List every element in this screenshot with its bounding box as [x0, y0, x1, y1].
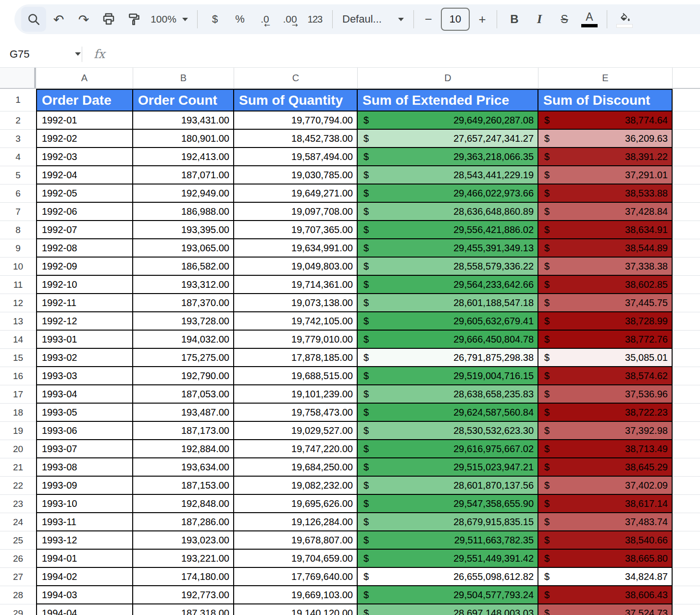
cell-D2[interactable]: $29,649,260,287.08 — [358, 111, 538, 130]
cell-B23[interactable]: 192,848.00 — [133, 495, 234, 513]
cell-C8[interactable]: 19,707,365.00 — [234, 221, 358, 239]
cell-E18[interactable]: $38,722.23 — [538, 404, 673, 422]
redo-button[interactable]: ↷ — [71, 7, 96, 32]
italic-button[interactable]: I — [527, 7, 552, 32]
cell-E8[interactable]: $38,634.91 — [538, 221, 673, 239]
cell-A5[interactable]: 1992-04 — [36, 166, 133, 184]
cell-C17[interactable]: 19,101,239.00 — [234, 385, 358, 404]
column-header-C[interactable]: C — [234, 68, 358, 88]
cell-F18[interactable] — [673, 404, 700, 422]
cell-A22[interactable]: 1993-09 — [36, 477, 133, 495]
cell-F16[interactable] — [673, 367, 700, 385]
cell-E29[interactable]: $37,524.73 — [538, 604, 673, 615]
cell-B3[interactable]: 180,901.00 — [133, 130, 234, 148]
row-header-3[interactable]: 3 — [0, 130, 36, 148]
cell-F12[interactable] — [673, 294, 700, 312]
cell-A10[interactable]: 1992-09 — [36, 258, 133, 276]
column-header-B[interactable]: B — [133, 68, 234, 88]
format-currency-button[interactable]: $ — [202, 7, 227, 32]
cell-A20[interactable]: 1993-07 — [36, 440, 133, 458]
cell-D28[interactable]: $29,504,577,793.24 — [358, 586, 538, 604]
cell-E9[interactable]: $38,544.89 — [538, 239, 673, 258]
cell-A25[interactable]: 1993-12 — [36, 531, 133, 550]
row-header-24[interactable]: 24 — [0, 513, 36, 531]
cell-A18[interactable]: 1993-05 — [36, 404, 133, 422]
format-percent-button[interactable]: % — [227, 7, 252, 32]
cell-B13[interactable]: 193,728.00 — [133, 312, 234, 331]
cell-F28[interactable] — [673, 586, 700, 604]
row-header-12[interactable]: 12 — [0, 294, 36, 312]
cell-C5[interactable]: 19,030,785.00 — [234, 166, 358, 184]
column-header-A[interactable]: A — [36, 68, 133, 88]
cell-B18[interactable]: 193,487.00 — [133, 404, 234, 422]
cell-C3[interactable]: 18,452,738.00 — [234, 130, 358, 148]
cell-D1[interactable]: Sum of Extended Price — [358, 89, 538, 111]
row-header-9[interactable]: 9 — [0, 239, 36, 258]
cell-E26[interactable]: $38,665.80 — [538, 550, 673, 568]
cell-B26[interactable]: 193,221.00 — [133, 550, 234, 568]
fill-color-button[interactable] — [612, 7, 637, 32]
cell-E17[interactable]: $37,536.96 — [538, 385, 673, 404]
cell-F8[interactable] — [673, 221, 700, 239]
cell-A13[interactable]: 1992-12 — [36, 312, 133, 331]
cell-D13[interactable]: $29,605,632,679.41 — [358, 312, 538, 331]
cell-A12[interactable]: 1992-11 — [36, 294, 133, 312]
cell-B21[interactable]: 193,634.00 — [133, 458, 234, 477]
cell-E19[interactable]: $37,392.98 — [538, 422, 673, 440]
cell-F22[interactable] — [673, 477, 700, 495]
row-header-18[interactable]: 18 — [0, 404, 36, 422]
bold-button[interactable]: B — [502, 7, 527, 32]
row-header-5[interactable]: 5 — [0, 166, 36, 184]
cell-E15[interactable]: $35,085.01 — [538, 349, 673, 367]
row-header-21[interactable]: 21 — [0, 458, 36, 477]
cell-D17[interactable]: $28,638,658,235.83 — [358, 385, 538, 404]
cell-A6[interactable]: 1992-05 — [36, 184, 133, 203]
row-header-27[interactable]: 27 — [0, 568, 36, 586]
row-header-15[interactable]: 15 — [0, 349, 36, 367]
row-header-25[interactable]: 25 — [0, 531, 36, 550]
increase-font-size-button[interactable]: + — [473, 7, 492, 32]
cell-D7[interactable]: $28,636,648,860.89 — [358, 203, 538, 221]
row-header-14[interactable]: 14 — [0, 331, 36, 349]
cell-C21[interactable]: 19,684,250.00 — [234, 458, 358, 477]
cell-E10[interactable]: $37,338.38 — [538, 258, 673, 276]
row-header-23[interactable]: 23 — [0, 495, 36, 513]
cell-A11[interactable]: 1992-10 — [36, 276, 133, 294]
cell-B7[interactable]: 186,988.00 — [133, 203, 234, 221]
cell-A14[interactable]: 1993-01 — [36, 331, 133, 349]
cell-F3[interactable] — [673, 130, 700, 148]
cell-D6[interactable]: $29,466,022,973.66 — [358, 184, 538, 203]
row-header-2[interactable]: 2 — [0, 111, 36, 130]
column-header-offscreen[interactable] — [673, 68, 700, 88]
cell-A29[interactable]: 1994-04 — [36, 604, 133, 615]
cell-E22[interactable]: $37,402.09 — [538, 477, 673, 495]
cell-A3[interactable]: 1992-02 — [36, 130, 133, 148]
cell-A17[interactable]: 1993-04 — [36, 385, 133, 404]
cell-B12[interactable]: 187,370.00 — [133, 294, 234, 312]
cell-F29[interactable] — [673, 604, 700, 615]
cell-C23[interactable]: 19,695,626.00 — [234, 495, 358, 513]
decrease-font-size-button[interactable]: − — [419, 7, 438, 32]
cell-D22[interactable]: $28,601,870,137.56 — [358, 477, 538, 495]
cell-F17[interactable] — [673, 385, 700, 404]
cell-A4[interactable]: 1992-03 — [36, 148, 133, 166]
column-header-D[interactable]: D — [358, 68, 538, 88]
cell-E1[interactable]: Sum of Discount — [538, 89, 673, 111]
cell-D18[interactable]: $29,624,587,560.84 — [358, 404, 538, 422]
cell-B20[interactable]: 192,884.00 — [133, 440, 234, 458]
cell-B14[interactable]: 194,032.00 — [133, 331, 234, 349]
row-header-1[interactable]: 1 — [0, 89, 36, 111]
cell-F5[interactable] — [673, 166, 700, 184]
cell-D27[interactable]: $26,655,098,612.82 — [358, 568, 538, 586]
cell-E27[interactable]: $34,824.87 — [538, 568, 673, 586]
cell-F2[interactable] — [673, 111, 700, 130]
cell-D29[interactable]: $28,697,148,003.03 — [358, 604, 538, 615]
cell-D9[interactable]: $29,455,391,349.13 — [358, 239, 538, 258]
cell-C27[interactable]: 17,769,640.00 — [234, 568, 358, 586]
cell-C7[interactable]: 19,097,708.00 — [234, 203, 358, 221]
row-header-26[interactable]: 26 — [0, 550, 36, 568]
cell-C26[interactable]: 19,704,659.00 — [234, 550, 358, 568]
cell-E12[interactable]: $37,445.75 — [538, 294, 673, 312]
increase-decimal-button[interactable]: .00 → — [277, 7, 302, 32]
cell-A16[interactable]: 1993-03 — [36, 367, 133, 385]
